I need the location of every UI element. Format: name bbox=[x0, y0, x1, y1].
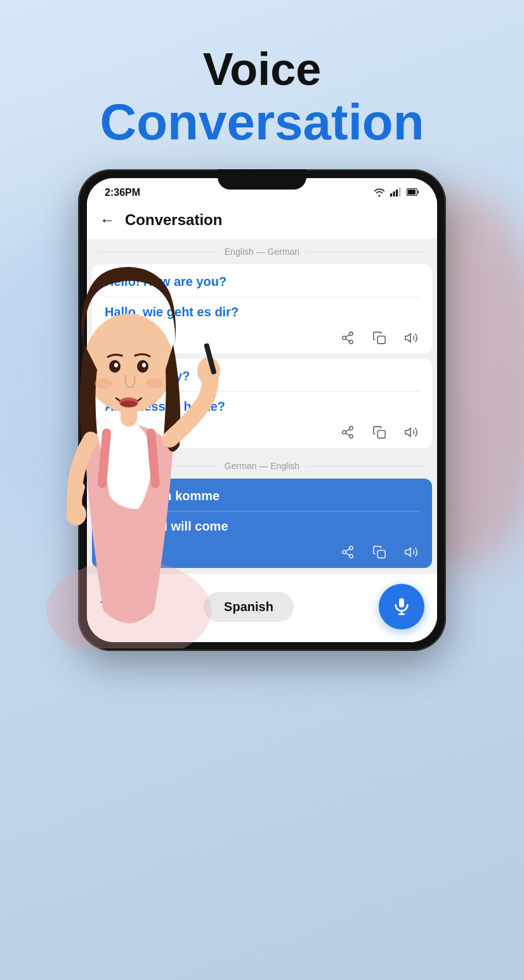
svg-marker-19 bbox=[405, 429, 410, 437]
wifi-icon bbox=[374, 188, 385, 198]
svg-rect-5 bbox=[408, 190, 416, 195]
svg-rect-27 bbox=[399, 598, 404, 608]
share-icon-3[interactable] bbox=[339, 544, 356, 560]
svg-point-15 bbox=[350, 435, 353, 439]
svg-point-13 bbox=[350, 427, 353, 430]
svg-point-14 bbox=[343, 430, 346, 434]
app-bar: ← Conversation bbox=[87, 203, 437, 239]
copy-icon-3[interactable] bbox=[371, 544, 388, 560]
msg3-divider bbox=[105, 511, 419, 512]
phone-notch bbox=[218, 169, 306, 190]
msg2-divider bbox=[105, 391, 419, 392]
copy-icon-1[interactable] bbox=[371, 330, 388, 346]
svg-marker-12 bbox=[405, 334, 410, 342]
swap-button[interactable] bbox=[100, 597, 119, 616]
msg1-actions bbox=[105, 330, 419, 346]
phone-frame: 2:36PM bbox=[78, 169, 446, 651]
header-conversation-label: Conversation bbox=[0, 94, 524, 150]
share-icon-1[interactable] bbox=[339, 330, 356, 346]
svg-rect-3 bbox=[399, 188, 401, 197]
msg1-translated: Hallo, wie geht es dir? bbox=[105, 305, 419, 319]
header-voice-label: Voice bbox=[0, 44, 524, 94]
svg-rect-18 bbox=[377, 430, 385, 438]
msg1-divider bbox=[105, 297, 419, 297]
status-icons bbox=[374, 188, 419, 198]
battery-icon bbox=[407, 188, 419, 198]
msg2-original: Dinner today? bbox=[105, 369, 419, 384]
sound-icon-3[interactable] bbox=[403, 544, 419, 560]
svg-point-8 bbox=[350, 340, 353, 344]
svg-point-20 bbox=[350, 546, 353, 550]
svg-line-10 bbox=[346, 335, 350, 337]
svg-point-7 bbox=[343, 336, 346, 340]
phone-screen: 2:36PM bbox=[87, 178, 437, 642]
svg-rect-25 bbox=[377, 550, 385, 558]
back-button[interactable]: ← bbox=[100, 211, 115, 229]
sound-icon-1[interactable] bbox=[403, 330, 419, 346]
app-title: Conversation bbox=[125, 211, 222, 229]
svg-point-21 bbox=[343, 550, 346, 554]
copy-icon-2[interactable] bbox=[371, 424, 388, 441]
svg-rect-0 bbox=[390, 193, 392, 197]
message-card-1: Hello! How are you? Hallo, wie geht es d… bbox=[92, 264, 432, 354]
msg2-actions bbox=[105, 424, 419, 441]
svg-rect-2 bbox=[396, 190, 398, 197]
language-selector[interactable]: Spanish bbox=[204, 592, 294, 622]
svg-line-16 bbox=[346, 434, 350, 436]
msg3-actions bbox=[105, 544, 419, 560]
msg2-translated: Abendessen heute? bbox=[105, 399, 419, 414]
msg1-original: Hello! How are you? bbox=[105, 274, 419, 289]
conversation-area: English — German Hello! How are you? Hal… bbox=[87, 239, 437, 642]
signal-icon bbox=[390, 188, 402, 198]
svg-point-22 bbox=[350, 555, 353, 558]
message-card-2: Dinner today? Abendessen heute? bbox=[92, 359, 432, 448]
bottom-controls: Spanish bbox=[87, 573, 437, 642]
mic-button[interactable] bbox=[379, 584, 424, 629]
message-card-3: Hallo ja ich komme Hello yes I will come bbox=[92, 479, 432, 568]
lang-divider-top: English — German bbox=[87, 239, 437, 264]
share-icon-2[interactable] bbox=[339, 424, 356, 441]
msg3-original: Hallo ja ich komme bbox=[105, 489, 419, 503]
svg-line-9 bbox=[346, 339, 350, 342]
status-time: 2:36PM bbox=[105, 187, 140, 198]
header-section: Voice Conversation bbox=[0, 0, 524, 169]
svg-rect-1 bbox=[393, 191, 395, 197]
phone-wrapper: 2:36PM bbox=[78, 169, 446, 651]
lang-divider-bottom: German — English bbox=[87, 453, 437, 479]
svg-rect-11 bbox=[377, 336, 385, 344]
svg-line-23 bbox=[346, 553, 350, 556]
svg-line-24 bbox=[346, 549, 350, 551]
sound-icon-2[interactable] bbox=[403, 424, 419, 441]
msg3-translated: Hello yes I will come bbox=[105, 519, 419, 534]
svg-line-17 bbox=[346, 429, 350, 432]
svg-point-6 bbox=[350, 332, 353, 336]
svg-marker-26 bbox=[405, 548, 410, 557]
